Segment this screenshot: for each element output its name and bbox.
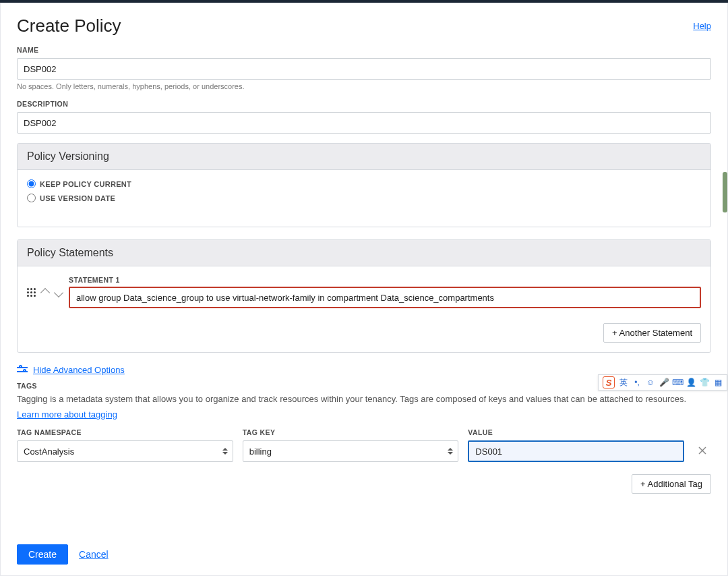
tag-key-label: TAG KEY <box>243 428 459 436</box>
tag-namespace-label: TAG NAMESPACE <box>17 428 233 436</box>
move-up-icon[interactable] <box>40 288 50 297</box>
page-title: Create Policy <box>17 16 121 36</box>
description-label: DESCRIPTION <box>17 100 711 108</box>
ime-punct-icon[interactable]: •, <box>632 378 642 387</box>
use-version-date-radio[interactable]: USE VERSION DATE <box>27 194 701 202</box>
name-helper: No spaces. Only letters, numerals, hyphe… <box>17 82 711 90</box>
keep-policy-current-radio-input[interactable] <box>27 179 36 188</box>
tag-namespace-select[interactable] <box>17 440 233 462</box>
scrollbar-thumb[interactable] <box>723 172 727 212</box>
versioning-heading: Policy Versioning <box>18 144 710 170</box>
sliders-icon <box>17 366 28 375</box>
statement-1-label: STATEMENT 1 <box>69 276 701 284</box>
hide-advanced-options-link[interactable]: Hide Advanced Options <box>33 365 125 375</box>
tag-value-input[interactable] <box>468 440 684 462</box>
learn-more-tagging-link[interactable]: Learn more about tagging <box>17 409 117 420</box>
ime-person-icon[interactable]: 👤 <box>686 378 696 387</box>
ime-toolbar[interactable]: S 英 •, ☺ 🎤 ⌨ 👤 👕 ▦ <box>598 374 727 391</box>
statements-heading: Policy Statements <box>18 240 710 266</box>
name-label: NAME <box>17 46 711 54</box>
chevron-updown-icon <box>448 448 453 455</box>
keep-policy-current-label: KEEP POLICY CURRENT <box>40 180 131 188</box>
help-link[interactable]: Help <box>693 21 711 31</box>
tag-key-select[interactable] <box>243 440 459 462</box>
ime-mic-icon[interactable]: 🎤 <box>659 378 669 387</box>
keep-policy-current-radio[interactable]: KEEP POLICY CURRENT <box>27 179 701 188</box>
remove-tag-button[interactable] <box>694 442 711 459</box>
cancel-button[interactable]: Cancel <box>79 549 109 560</box>
description-input[interactable] <box>17 112 711 134</box>
ime-logo-icon: S <box>603 376 615 388</box>
tags-description: Tagging is a metadata system that allows… <box>17 394 711 404</box>
ime-keyboard-icon[interactable]: ⌨ <box>673 378 682 387</box>
additional-tag-button[interactable]: + Additional Tag <box>632 474 711 494</box>
create-button[interactable]: Create <box>17 544 68 565</box>
move-down-icon[interactable] <box>54 288 63 297</box>
name-input[interactable] <box>17 58 711 80</box>
chevron-updown-icon <box>222 448 228 455</box>
use-version-date-label: USE VERSION DATE <box>40 194 115 202</box>
ime-grid-icon[interactable]: ▦ <box>713 378 723 387</box>
use-version-date-radio-input[interactable] <box>27 194 36 202</box>
another-statement-button[interactable]: + Another Statement <box>603 323 701 343</box>
tag-value-label: VALUE <box>468 428 684 436</box>
ime-skin-icon[interactable]: 👕 <box>700 378 709 387</box>
drag-handle-icon[interactable] <box>27 288 35 296</box>
ime-emoji-icon[interactable]: ☺ <box>646 378 655 387</box>
statement-1-input[interactable] <box>69 287 701 308</box>
ime-lang-icon[interactable]: 英 <box>619 378 628 387</box>
